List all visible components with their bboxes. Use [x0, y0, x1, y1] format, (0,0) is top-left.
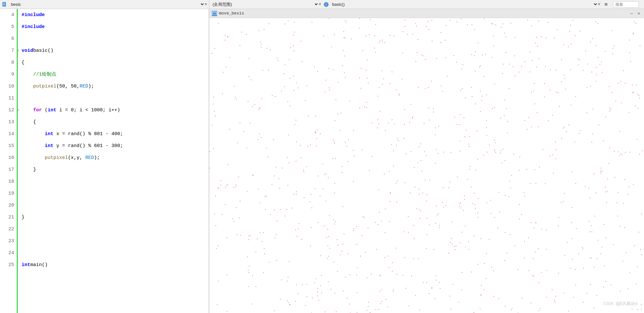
preview-canvas: CSDN @随风飘扬@	[209, 18, 644, 313]
table-row	[22, 247, 209, 259]
table-row: {	[22, 116, 209, 128]
line-number: 12	[0, 104, 14, 116]
line-number: 6	[0, 33, 14, 45]
line-number: 25	[0, 259, 14, 271]
table-row: putpixel(x,y, RED);	[22, 152, 209, 164]
split-view-icon[interactable]: ⊞	[603, 1, 609, 8]
main-content: 45678910111213141516171819202122232425 #…	[0, 9, 644, 313]
preview-panel: move_besis — ✕ CSDN @随风飘扬@	[209, 9, 644, 313]
collapse-btn[interactable]: ⊟	[18, 49, 20, 53]
preview-window-icon	[212, 11, 217, 16]
function-dropdown[interactable]: basic()	[329, 0, 598, 9]
line-number: 9	[0, 69, 14, 80]
dots-visualization	[209, 18, 644, 313]
collapse-btn[interactable]: ⊟	[18, 108, 20, 113]
table-row: int x = rand() % 801 - 400;	[22, 128, 209, 140]
svg-text:f: f	[325, 3, 327, 6]
scope-dropdown[interactable]: (全局范围)	[209, 0, 319, 9]
table-row: ⊟void basic()	[22, 45, 209, 57]
table-row: int main()	[22, 259, 209, 271]
line-number: 21	[0, 211, 14, 223]
file-icon	[2, 2, 7, 7]
preview-titlebar: move_besis — ✕	[209, 9, 644, 18]
table-row: ⊟ for (int i = 0; i < 1000; i++)	[22, 104, 209, 116]
line-number: 18	[0, 176, 14, 188]
preview-minimize-button[interactable]: —	[629, 11, 634, 16]
line-number: 11	[0, 92, 14, 104]
line-number: 17	[0, 164, 14, 176]
table-row: {	[22, 57, 209, 69]
line-number: 8	[0, 57, 14, 69]
scope-func-area: (全局范围) ▼ f basic() ▼ ⊞	[209, 0, 644, 9]
line-number: 16	[0, 152, 14, 164]
toolbar-icons: ⊞	[600, 1, 644, 8]
table-row	[22, 223, 209, 235]
table-row: }	[22, 164, 209, 176]
table-row: putpixel(50, 50,RED);	[22, 80, 209, 92]
svg-rect-6	[213, 12, 216, 15]
table-row: //1绘制点	[22, 69, 209, 80]
line-number: 20	[0, 199, 14, 211]
code-area: 45678910111213141516171819202122232425 #…	[0, 9, 209, 313]
table-row	[22, 33, 209, 45]
search-area	[611, 1, 641, 8]
table-row: int y = rand() % 601 - 300;	[22, 140, 209, 152]
line-number: 19	[0, 188, 14, 199]
watermark: CSDN @随风飘扬@	[603, 301, 638, 307]
line-number: 24	[0, 247, 14, 259]
search-input[interactable]	[613, 1, 639, 8]
table-row	[22, 235, 209, 247]
line-number: 10	[0, 80, 14, 92]
table-row: #include	[22, 21, 209, 33]
table-row	[22, 92, 209, 104]
line-number: 13	[0, 116, 14, 128]
file-selector-area: besis ▼	[0, 0, 209, 9]
file-dropdown[interactable]: besis	[8, 0, 205, 9]
preview-title: move_besis	[219, 11, 627, 16]
code-panel: 45678910111213141516171819202122232425 #…	[0, 9, 209, 313]
line-number: 14	[0, 128, 14, 140]
table-row	[22, 188, 209, 199]
table-row: #include	[22, 9, 209, 21]
code-content[interactable]: #include#include ⊟void basic(){ //1绘制点 p…	[18, 9, 209, 313]
table-row	[22, 199, 209, 211]
table-row	[22, 176, 209, 188]
line-number: 22	[0, 223, 14, 235]
preview-close-button[interactable]: ✕	[636, 11, 641, 16]
line-number: 15	[0, 140, 14, 152]
function-icon: f	[324, 2, 329, 7]
line-number: 5	[0, 21, 14, 33]
line-number: 7	[0, 45, 14, 57]
line-number: 4	[0, 9, 14, 21]
table-row: }	[22, 211, 209, 223]
line-number: 23	[0, 235, 14, 247]
line-numbers: 45678910111213141516171819202122232425	[0, 9, 18, 313]
top-toolbar: besis ▼ (全局范围) ▼ f basic() ▼ ⊞	[0, 0, 644, 9]
